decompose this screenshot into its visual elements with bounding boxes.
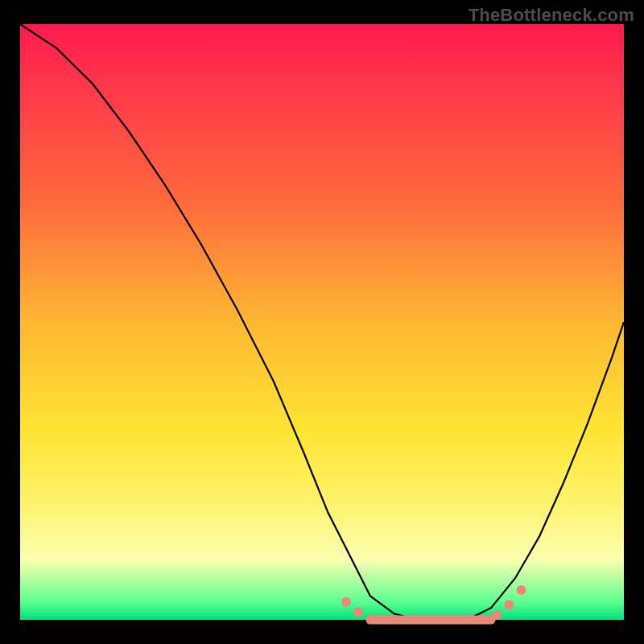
curve-layer — [20, 24, 624, 620]
plot-area — [20, 24, 624, 620]
svg-point-1 — [353, 607, 363, 617]
chart-stage: TheBottleneck.com — [0, 0, 644, 644]
svg-point-4 — [517, 585, 526, 595]
svg-point-2 — [493, 610, 502, 620]
watermark-text: TheBottleneck.com — [469, 5, 634, 26]
svg-point-3 — [505, 601, 514, 610]
svg-point-0 — [341, 597, 351, 607]
optimal-range-marker — [341, 585, 526, 620]
bottleneck-curve — [20, 24, 624, 620]
